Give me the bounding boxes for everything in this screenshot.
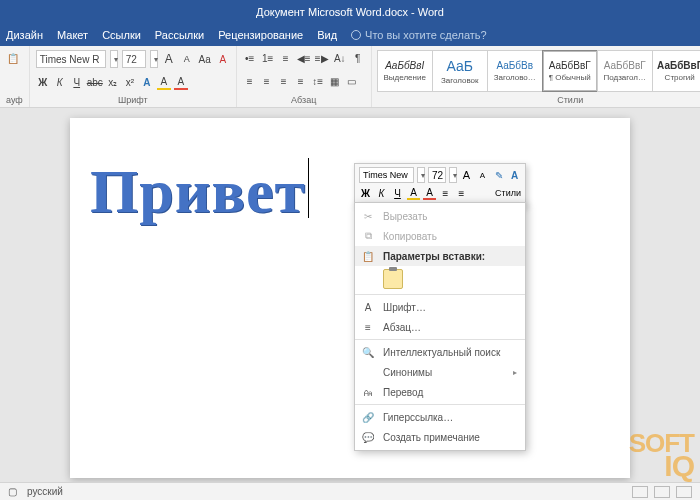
superscript-button[interactable]: x² — [123, 74, 137, 90]
text-cursor — [308, 158, 309, 218]
styles-group-label: Стили — [378, 95, 700, 105]
font-color-button[interactable]: A — [174, 74, 188, 90]
paste-keep-text-icon[interactable] — [383, 269, 403, 289]
menu-copy[interactable]: ⧉Копировать — [355, 226, 525, 246]
align-center-button[interactable]: ≡ — [260, 73, 274, 89]
tab-design[interactable]: Дизайн — [6, 29, 43, 41]
font-dialog-icon: A — [361, 302, 375, 313]
align-right-button[interactable]: ≡ — [277, 73, 291, 89]
shading-button[interactable]: ▦ — [328, 73, 342, 89]
menu-sep-3 — [355, 404, 525, 405]
group-styles: АаБбВвІВыделение АаБЗаголовок АаБбВвЗаго… — [372, 46, 700, 107]
italic-button[interactable]: К — [53, 74, 67, 90]
tab-view[interactable]: Вид — [317, 29, 337, 41]
mini-numbering-button[interactable]: ≡ — [455, 186, 468, 200]
menu-paste-header: 📋Параметры вставки: — [355, 246, 525, 266]
multilevel-button[interactable]: ≡ — [279, 50, 293, 66]
align-left-button[interactable]: ≡ — [243, 73, 257, 89]
link-icon: 🔗 — [361, 412, 375, 423]
font-name-dd[interactable]: ▾ — [110, 50, 118, 68]
workspace: Привет — [0, 108, 700, 482]
tab-references[interactable]: Ссылки — [102, 29, 141, 41]
shrink-font-button[interactable]: A — [180, 51, 194, 67]
copy-icon: ⧉ — [361, 230, 375, 242]
translate-icon: 🗛 — [361, 387, 375, 398]
grow-font-button[interactable]: A — [162, 51, 176, 67]
document-text[interactable]: Привет — [90, 157, 306, 225]
context-menu: ✂Вырезать ⧉Копировать 📋Параметры вставки… — [354, 202, 526, 451]
mini-styles-label[interactable]: Стили — [495, 188, 521, 198]
mini-styles-button[interactable]: A — [508, 168, 521, 182]
view-read-button[interactable] — [632, 486, 648, 498]
mini-bold-button[interactable]: Ж — [359, 186, 372, 200]
strike-button[interactable]: abc — [87, 74, 103, 90]
numbering-button[interactable]: 1≡ — [261, 50, 275, 66]
borders-button[interactable]: ▭ — [345, 73, 359, 89]
style-title[interactable]: АаБЗаголовок — [432, 50, 488, 92]
font-name-input[interactable]: Times New R — [36, 50, 106, 68]
tab-layout[interactable]: Макет — [57, 29, 88, 41]
clear-format-button[interactable]: A — [216, 51, 230, 67]
line-spacing-button[interactable]: ↕≡ — [311, 73, 325, 89]
style-subtitle[interactable]: АаБбВвГПодзагол… — [597, 50, 653, 92]
tell-me[interactable]: Что вы хотите сделать? — [351, 29, 487, 41]
mini-underline-button[interactable]: Ч — [391, 186, 404, 200]
sort-button[interactable]: A↓ — [333, 50, 347, 66]
bullets-button[interactable]: •≡ — [243, 50, 257, 66]
font-group-label: Шрифт — [36, 95, 230, 105]
ribbon: 📋 ауф Times New R▾ 72▾ A A Aa A Ж К Ч ab… — [0, 46, 700, 108]
status-language[interactable]: русский — [27, 486, 63, 497]
menu-paste-options — [355, 266, 525, 292]
bold-button[interactable]: Ж — [36, 74, 50, 90]
status-book-icon[interactable]: ▢ — [8, 486, 17, 497]
group-paragraph: •≡ 1≡ ≡ ◀≡ ≡▶ A↓ ¶ ≡ ≡ ≡ ≡ ↕≡ ▦ ▭ Абзац — [237, 46, 372, 107]
tab-review[interactable]: Рецензирование — [218, 29, 303, 41]
mini-font-name[interactable]: Times New — [359, 167, 414, 183]
menu-sep-2 — [355, 339, 525, 340]
font-size-input[interactable]: 72 — [122, 50, 146, 68]
mini-size-dd[interactable]: ▾ — [449, 167, 457, 183]
style-heading[interactable]: АаБбВвЗаголово… — [487, 50, 543, 92]
mini-italic-button[interactable]: К — [375, 186, 388, 200]
menu-translate[interactable]: 🗛Перевод — [355, 382, 525, 402]
indent-inc-button[interactable]: ≡▶ — [315, 50, 329, 66]
cut-icon: ✂ — [361, 211, 375, 222]
underline-button[interactable]: Ч — [70, 74, 84, 90]
menu-synonyms[interactable]: Синонимы▸ — [355, 362, 525, 382]
menu-font[interactable]: AШрифт… — [355, 297, 525, 317]
tab-mailings[interactable]: Рассылки — [155, 29, 204, 41]
mini-highlight-button[interactable]: A — [407, 186, 420, 200]
text-effects-button[interactable]: A — [140, 74, 154, 90]
highlight-button[interactable]: A — [157, 74, 171, 90]
menu-paragraph[interactable]: ≡Абзац… — [355, 317, 525, 337]
style-normal[interactable]: АаБбВвГ¶ Обычный — [542, 50, 598, 92]
indent-dec-button[interactable]: ◀≡ — [297, 50, 311, 66]
search-icon: 🔍 — [361, 347, 375, 358]
style-emphasis[interactable]: АаБбВвІВыделение — [377, 50, 433, 92]
menu-smart-lookup[interactable]: 🔍Интеллектуальный поиск — [355, 342, 525, 362]
format-painter-icon[interactable]: ✎ — [492, 168, 505, 182]
mini-font-dd[interactable]: ▾ — [417, 167, 425, 183]
show-marks-button[interactable]: ¶ — [351, 50, 365, 66]
mini-color-button[interactable]: A — [423, 186, 436, 200]
font-size-dd[interactable]: ▾ — [150, 50, 158, 68]
paste-icon[interactable]: 📋 — [6, 50, 20, 66]
menu-sep-1 — [355, 294, 525, 295]
mini-toolbar: Times New▾ 72▾ A A ✎ A Ж К Ч A A ≡ ≡ Сти… — [354, 163, 526, 207]
change-case-button[interactable]: Aa — [198, 51, 212, 67]
group-clipboard: 📋 ауф — [0, 46, 30, 107]
style-strong[interactable]: АаБбВвГСтрогий — [652, 50, 700, 92]
mini-grow-button[interactable]: A — [460, 168, 473, 182]
menu-hyperlink[interactable]: 🔗Гиперссылка… — [355, 407, 525, 427]
subscript-button[interactable]: x₂ — [106, 74, 120, 90]
menu-new-comment[interactable]: 💬Создать примечание — [355, 427, 525, 447]
menu-cut[interactable]: ✂Вырезать — [355, 206, 525, 226]
mini-font-size[interactable]: 72 — [428, 167, 446, 183]
view-print-button[interactable] — [654, 486, 670, 498]
justify-button[interactable]: ≡ — [294, 73, 308, 89]
mini-shrink-button[interactable]: A — [476, 168, 489, 182]
group-font: Times New R▾ 72▾ A A Aa A Ж К Ч abc x₂ x… — [30, 46, 237, 107]
mini-bullets-button[interactable]: ≡ — [439, 186, 452, 200]
view-web-button[interactable] — [676, 486, 692, 498]
document-page[interactable]: Привет — [70, 118, 630, 478]
